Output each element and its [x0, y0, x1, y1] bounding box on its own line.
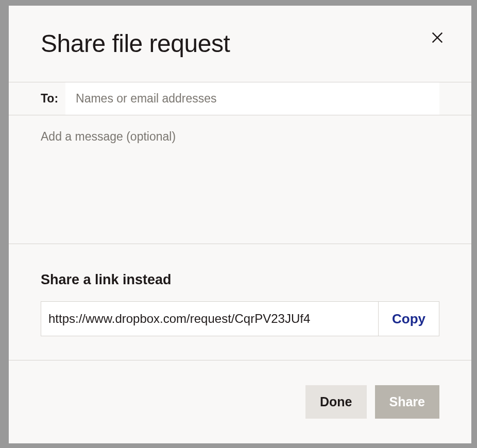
modal-title: Share file request: [41, 31, 230, 56]
recipients-input[interactable]: [76, 92, 439, 106]
share-link-section: Share a link instead Copy: [9, 244, 471, 360]
share-file-request-modal: Share file request To: Share a link inst…: [9, 6, 471, 443]
copy-link-button[interactable]: Copy: [378, 302, 439, 336]
close-icon: [430, 30, 445, 45]
modal-footer: Done Share: [9, 360, 471, 443]
share-link-input[interactable]: [41, 302, 378, 336]
share-link-heading: Share a link instead: [41, 272, 439, 288]
modal-header: Share file request: [9, 6, 471, 82]
share-button[interactable]: Share: [375, 385, 439, 419]
message-input[interactable]: [41, 130, 439, 229]
message-section: [9, 115, 471, 244]
done-button[interactable]: Done: [305, 385, 367, 419]
to-label: To:: [41, 92, 58, 106]
close-button[interactable]: [428, 28, 447, 48]
recipients-row: To:: [9, 82, 471, 115]
share-link-row: Copy: [41, 301, 439, 336]
recipients-input-wrap: [65, 82, 439, 115]
